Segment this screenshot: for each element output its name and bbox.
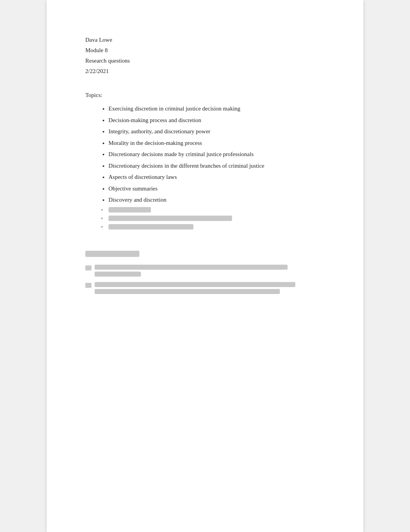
research-section	[85, 251, 325, 294]
blurred-list-item-3	[108, 224, 193, 229]
topics-label: Topics:	[85, 92, 325, 99]
research-item-2-line-2	[95, 289, 280, 294]
research-item-1	[85, 265, 325, 277]
research-item-1-lines	[95, 265, 288, 277]
subject-label: Research questions	[85, 56, 325, 66]
research-item-number-2	[85, 283, 91, 288]
list-item: Discretionary decisions made by criminal…	[108, 149, 325, 160]
list-item: Exercising discretion in criminal justic…	[108, 103, 325, 114]
research-item-1-line-1	[95, 265, 288, 270]
research-item-2	[85, 282, 325, 294]
list-item: Decision-making process and discretion	[108, 115, 325, 126]
research-label-blurred	[85, 251, 139, 257]
blurred-list-item-1	[108, 207, 151, 212]
author-name: Dava Lowe	[85, 35, 325, 45]
topics-list: Exercising discretion in criminal justic…	[85, 103, 325, 206]
research-item-number-1	[85, 265, 91, 270]
module-label: Module 8	[85, 45, 325, 56]
document-page: Dava Lowe Module 8 Research questions 2/…	[47, 0, 363, 532]
blurred-items	[85, 207, 325, 229]
research-item-2-lines	[95, 282, 295, 294]
list-item: Discretionary decisions in the different…	[108, 160, 325, 172]
list-item: Discovery and discretion	[108, 194, 325, 206]
research-item-2-line-1	[95, 282, 295, 287]
list-item: Morality in the decision-making process	[108, 138, 325, 149]
list-item: Objective summaries	[108, 183, 325, 194]
list-item: Aspects of discretionary laws	[108, 172, 325, 183]
topics-section: Topics: Exercising discretion in crimina…	[85, 92, 325, 229]
list-item: Integrity, authority, and discretionary …	[108, 126, 325, 137]
blurred-list-item-2	[108, 216, 232, 221]
header-block: Dava Lowe Module 8 Research questions 2/…	[85, 35, 325, 76]
research-item-1-line-2	[95, 272, 141, 277]
date-label: 2/22/2021	[85, 66, 325, 76]
